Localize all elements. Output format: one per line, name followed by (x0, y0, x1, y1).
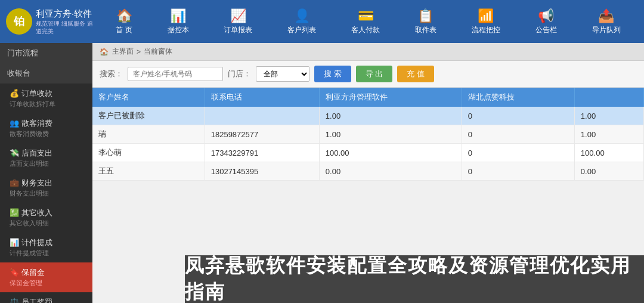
table-header-0: 客户姓名 (92, 88, 205, 107)
nav-label: 订单报表 (224, 25, 252, 35)
sidebar-item-订单收款[interactable]: 💰 订单收款订单收款拆打单 (0, 84, 92, 113)
main-layout: 门市流程收银台💰 订单收款订单收款拆打单👥 散客消费散客消费缴费💸 店面支出店面… (0, 43, 644, 303)
sidebar-item-保留金[interactable]: 🔖 保留金保留金管理 (0, 262, 92, 292)
cell-col3: 100.00 (574, 144, 643, 162)
nav-icon: 📈 (230, 8, 246, 24)
cell-phone: 17343229791 (205, 144, 319, 162)
content-wrapper: 🏠 主界面 > 当前窗体 搜索： 门店： 全部 搜 索 导 出 充 值 (92, 43, 644, 303)
nav-icon: 👤 (294, 8, 310, 24)
table-header-row: 客户姓名联系电话利亚方舟管理软件湖北点赞科技 (92, 88, 644, 107)
breadcrumb-home: 主界面 (112, 47, 134, 57)
logo-icon: 铂 (6, 8, 32, 35)
nav-icon: 📊 (170, 8, 186, 24)
cell-col2: 0 (462, 144, 574, 162)
logo-text: 利亚方舟·软件 规范管理 细腻服务 追道完美 (36, 8, 98, 35)
nav-label: 取件表 (415, 25, 436, 35)
sidebar-item-财务支出[interactable]: 💼 财务支出财务支出明细 (0, 173, 92, 203)
store-label: 门店： (228, 69, 251, 79)
sidebar-item-员工奖罚[interactable]: ⚖️ 员工奖罚员工奖罚明细 (0, 292, 92, 303)
nav-label: 流程把控 (472, 25, 500, 35)
nav-label: 客人付款 (351, 25, 380, 35)
home-icon: 🏠 (100, 48, 109, 56)
breadcrumb-sep: > (137, 48, 141, 56)
cell-col3: 0.00 (574, 162, 643, 181)
nav-item-流程把控[interactable]: 📶流程把控 (465, 5, 507, 39)
cell-col1: 1.00 (319, 107, 462, 125)
nav-label: 公告栏 (535, 25, 557, 35)
cell-phone: 13027145395 (205, 162, 319, 181)
table-header-2: 利亚方舟管理软件 (319, 88, 462, 107)
nav-icon: 📢 (538, 8, 554, 24)
cell-name: 王五 (92, 162, 205, 181)
cell-col2: 0 (462, 162, 574, 181)
table-body: 客户已被删除 1.00 0 1.00 瑞 18259872577 1.00 0 … (92, 107, 644, 181)
cell-col1: 0.00 (319, 162, 462, 181)
nav-icon: 📶 (478, 8, 494, 24)
nav-item-首页[interactable]: 🏠首 页 (109, 5, 139, 39)
cell-col2: 0 (462, 107, 574, 125)
cell-col2: 0 (462, 125, 574, 144)
top-navigation: 铂 利亚方舟·软件 规范管理 细腻服务 追道完美 🏠首 页📊据控本📈订单报表👤客… (0, 0, 644, 43)
store-select[interactable]: 全部 (256, 66, 309, 82)
sidebar-header-1[interactable]: 收银台 (0, 63, 92, 84)
table-row[interactable]: 瑞 18259872577 1.00 0 1.00 (92, 125, 644, 144)
nav-icon: 🏠 (116, 8, 132, 24)
nav-label: 首 页 (116, 25, 132, 35)
nav-items: 🏠首 页📊据控本📈订单报表👤客户列表💳客人付款📋取件表📶流程把控📢公告栏📤导片队… (98, 5, 638, 39)
nav-label: 据控本 (168, 25, 189, 35)
cell-col1: 100.00 (319, 144, 462, 162)
search-input[interactable] (128, 67, 223, 81)
recharge-button[interactable]: 充 值 (397, 66, 434, 82)
nav-icon: 💳 (358, 8, 374, 24)
table-row[interactable]: 王五 13027145395 0.00 0 0.00 (92, 162, 644, 181)
nav-item-据控本[interactable]: 📊据控本 (160, 5, 196, 39)
sidebar-item-散客消费[interactable]: 👥 散客消费散客消费缴费 (0, 113, 92, 143)
cell-phone (205, 107, 319, 125)
table-header-1: 联系电话 (205, 88, 319, 107)
nav-item-公告栏[interactable]: 📢公告栏 (528, 5, 564, 39)
cell-col3: 1.00 (574, 107, 643, 125)
overlay-banner: 凤弃悬歌软件安装配置全攻略及资源管理优化实用指南 (185, 255, 644, 303)
nav-item-客户列表[interactable]: 👤客户列表 (280, 5, 323, 39)
cell-name: 李心萌 (92, 144, 205, 162)
table-row[interactable]: 李心萌 17343229791 100.00 0 100.00 (92, 144, 644, 162)
sidebar-header-0[interactable]: 门市流程 (0, 43, 92, 63)
cell-phone: 18259872577 (205, 125, 319, 144)
search-bar: 搜索： 门店： 全部 搜 索 导 出 充 值 (92, 61, 644, 88)
table-header-3: 湖北点赞科技 (462, 88, 574, 107)
breadcrumb: 🏠 主界面 > 当前窗体 (92, 43, 644, 61)
sidebar: 门市流程收银台💰 订单收款订单收款拆打单👥 散客消费散客消费缴费💸 店面支出店面… (0, 43, 92, 303)
search-button[interactable]: 搜 索 (314, 66, 351, 82)
overlay-text: 凤弃悬歌软件安装配置全攻略及资源管理优化实用指南 (185, 253, 644, 303)
export-button[interactable]: 导 出 (356, 66, 393, 82)
sidebar-item-计件提成[interactable]: 📊 计件提成计件提成管理 (0, 233, 92, 262)
table-row[interactable]: 客户已被删除 1.00 0 1.00 (92, 107, 644, 125)
nav-item-导片队列[interactable]: 📤导片队列 (585, 5, 628, 39)
cell-name: 瑞 (92, 125, 205, 144)
nav-label: 导片队列 (592, 25, 621, 35)
nav-item-客人付款[interactable]: 💳客人付款 (344, 5, 387, 39)
cell-name: 客户已被删除 (92, 107, 205, 125)
nav-item-取件表[interactable]: 📋取件表 (408, 5, 444, 39)
sidebar-item-店面支出[interactable]: 💸 店面支出店面支出明细 (0, 143, 92, 173)
sidebar-item-其它收入[interactable]: 💹 其它收入其它收入明细 (0, 203, 92, 233)
nav-label: 客户列表 (287, 25, 316, 35)
table-header-4 (574, 88, 643, 107)
cell-col3: 1.00 (574, 125, 643, 144)
breadcrumb-current: 当前窗体 (144, 47, 172, 57)
nav-icon: 📋 (417, 8, 434, 24)
nav-item-订单报表[interactable]: 📈订单报表 (216, 5, 259, 39)
logo-area: 铂 利亚方舟·软件 规范管理 细腻服务 追道完美 (6, 8, 98, 35)
cell-col1: 1.00 (319, 125, 462, 144)
nav-icon: 📤 (598, 8, 614, 24)
search-label: 搜索： (100, 69, 123, 79)
data-table: 客户姓名联系电话利亚方舟管理软件湖北点赞科技 客户已被删除 1.00 0 1.0… (92, 88, 644, 181)
